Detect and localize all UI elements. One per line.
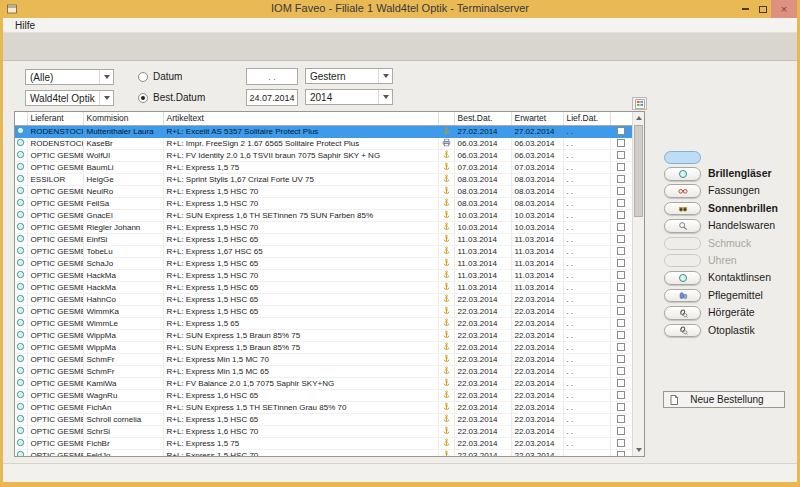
menu-hilfe[interactable]: Hilfe [15, 20, 35, 31]
table-row[interactable]: OPTIC GESMBHWippMaR+L: SUN Express 1,5 B… [15, 329, 632, 341]
table-row[interactable]: OPTIC GESMBHWimmKaR+L: Express 1,5 HSC 6… [15, 305, 632, 317]
category-button-handelswaren[interactable] [664, 219, 701, 233]
table-row[interactable]: OPTIC GESMBHBaumLiR+L: Express 1,5 7507.… [15, 161, 632, 173]
table-row[interactable]: OPTIC GESMBHSchroll corneliaR+L: Express… [15, 413, 632, 425]
row-status-cell [438, 437, 454, 449]
table-row[interactable]: OPTIC GESMBHWagnRuR+L: Express 1,6 HSC 6… [15, 389, 632, 401]
table-row[interactable]: OPTIC GESMBHNeulRoR+L: Express 1,5 HSC 7… [15, 185, 632, 197]
row-checkbox[interactable] [617, 151, 625, 159]
table-row[interactable]: OPTIC GESMBHGnacElR+L: SUN Express 1,6 T… [15, 209, 632, 221]
col-artikeltext[interactable]: Artikeltext [163, 112, 438, 125]
category-selected-indicator[interactable] [664, 151, 701, 164]
cell-kommission: TobeLu [83, 245, 163, 257]
row-checkbox[interactable] [617, 199, 625, 207]
row-checkbox[interactable] [617, 259, 625, 267]
table-row[interactable]: RODENSTOCKKaseBrR+L: Impr. FreeSign 2 1.… [15, 137, 632, 149]
row-checkbox[interactable] [617, 187, 625, 195]
scroll-up-button[interactable] [633, 112, 644, 124]
table-row[interactable]: OPTIC GESMBHHackMaR+L: Express 1,5 HSC 6… [15, 281, 632, 293]
table-row[interactable]: OPTIC GESMBHSchaJoR+L: Express 1,5 HSC 6… [15, 257, 632, 269]
new-order-label: Neue Bestellung [680, 394, 774, 405]
close-button[interactable]: × [771, 0, 797, 18]
new-order-button[interactable]: Neue Bestellung [663, 391, 785, 408]
scroll-thumb[interactable] [634, 125, 643, 217]
column-chooser-button[interactable] [632, 97, 647, 110]
col-lief-dat[interactable]: Lief.Dat. [563, 112, 610, 125]
table-row[interactable]: OPTIC GESMBHKamiWaR+L: FV Balance 2.0 1,… [15, 377, 632, 389]
row-checkbox[interactable] [617, 331, 625, 339]
date-from-field[interactable]: . . [246, 68, 298, 85]
row-checkbox[interactable] [617, 391, 625, 399]
vertical-scrollbar[interactable] [632, 112, 644, 456]
cell-lieferant: OPTIC GESMBH [27, 365, 83, 377]
row-checkbox[interactable] [617, 163, 625, 171]
row-checkbox[interactable] [617, 271, 625, 279]
table-row[interactable]: OPTIC GESMBHFichAnR+L: SUN Express 1,5 T… [15, 401, 632, 413]
table-row[interactable]: OPTIC GESMBHRiegler JohannR+L: Express 1… [15, 221, 632, 233]
delivery-icon [442, 354, 451, 363]
table-row[interactable]: OPTIC GESMBHHackMaR+L: Express 1,5 HSC 7… [15, 269, 632, 281]
row-checkbox[interactable] [617, 283, 625, 291]
row-checkbox[interactable] [617, 415, 625, 423]
row-checkbox[interactable] [617, 235, 625, 243]
row-checkbox[interactable] [617, 343, 625, 351]
category-button-fassungen[interactable] [664, 184, 701, 198]
row-checkbox[interactable] [617, 247, 625, 255]
table-row[interactable]: OPTIC GESMBHFeldJoR+L: Express 1,5 HSC 7… [15, 449, 632, 457]
category-button-hoergeraete[interactable] [664, 306, 701, 320]
year-select[interactable]: 2014 [305, 89, 393, 105]
table-row[interactable]: OPTIC GESMBHSchmFrR+L: Express Min 1,5 M… [15, 365, 632, 377]
row-checkbox[interactable] [617, 439, 625, 447]
row-checkbox[interactable] [617, 319, 625, 327]
row-checkbox[interactable] [617, 127, 625, 135]
row-checkbox[interactable] [617, 175, 625, 183]
table-row[interactable]: OPTIC GESMBHSchrSiR+L: Express 1,6 HSC 7… [15, 425, 632, 437]
row-type-cell [15, 125, 27, 137]
best-date-field[interactable]: 24.07.2014 [246, 89, 298, 106]
cell-erwartet: 10.03.2014 [511, 209, 563, 221]
category-button-sonnenbrillen[interactable] [664, 202, 701, 216]
row-checkbox[interactable] [617, 355, 625, 363]
row-checkbox[interactable] [617, 379, 625, 387]
row-checkbox[interactable] [617, 403, 625, 411]
cell-lieferant: OPTIC GESMBH [27, 317, 83, 329]
supplier-filter-select[interactable]: (Alle) [25, 69, 114, 85]
table-row[interactable]: OPTIC GESMBHTobeLuR+L: Express 1,67 HSC … [15, 245, 632, 257]
row-checkbox-cell [610, 401, 632, 413]
row-checkbox[interactable] [617, 367, 625, 375]
date-preset-select[interactable]: Gestern [305, 68, 393, 84]
table-row[interactable]: OPTIC GESMBHEinfSiR+L: Express 1,5 HSC 6… [15, 233, 632, 245]
table-row[interactable]: OPTIC GESMBHFellSaR+L: Express 1,5 HSC 7… [15, 197, 632, 209]
table-row[interactable]: OPTIC GESMBHHahnCoR+L: Express 1,5 HSC 6… [15, 293, 632, 305]
col-best-dat[interactable]: Best.Dat. [454, 112, 511, 125]
table-row[interactable]: OPTIC GESMBHWippMaR+L: SUN Express 1,5 B… [15, 341, 632, 353]
best-date-radio[interactable]: Best.Datum [138, 92, 205, 103]
cell-erwartet: 22.03.2014 [511, 329, 563, 341]
row-checkbox[interactable] [617, 223, 625, 231]
table-row[interactable]: OPTIC GESMBHWimmLeR+L: Express 1,5 6522.… [15, 317, 632, 329]
scroll-down-button[interactable] [633, 444, 644, 456]
table-row[interactable]: ESSILORHeigGeR+L: Sprint Stylis 1,67 Cri… [15, 173, 632, 185]
branch-filter-select[interactable]: Wald4tel Optik [25, 90, 114, 106]
col-kommision[interactable]: Kommision [83, 112, 163, 125]
row-checkbox[interactable] [617, 211, 625, 219]
row-checkbox[interactable] [617, 139, 625, 147]
table-row[interactable]: OPTIC GESMBHFichBrR+L: Express 1,5 7522.… [15, 437, 632, 449]
maximize-button[interactable] [754, 0, 771, 18]
row-checkbox[interactable] [617, 307, 625, 315]
table-row[interactable]: OPTIC GESMBHWolfUlR+L: FV Identity 2.0 1… [15, 149, 632, 161]
row-checkbox[interactable] [617, 451, 625, 457]
category-button-pflegemittel[interactable] [664, 289, 701, 303]
table-row[interactable]: OPTIC GESMBHSchmFrR+L: Express Min 1,5 M… [15, 353, 632, 365]
category-button-kontaktlinsen[interactable] [664, 271, 701, 285]
table-row[interactable]: RODENSTOCKMuttenthaler LauraR+L: Excelit… [15, 125, 632, 137]
row-checkbox[interactable] [617, 427, 625, 435]
col-erwartet[interactable]: Erwartet [511, 112, 563, 125]
col-lieferant[interactable]: Lieferant [27, 112, 83, 125]
category-button-brillenglaeser[interactable] [664, 167, 701, 181]
chevron-down-icon [99, 70, 113, 84]
minimize-button[interactable] [737, 0, 754, 18]
row-checkbox[interactable] [617, 295, 625, 303]
date-radio[interactable]: Datum [138, 71, 182, 82]
category-button-otoplastik[interactable] [664, 324, 701, 338]
